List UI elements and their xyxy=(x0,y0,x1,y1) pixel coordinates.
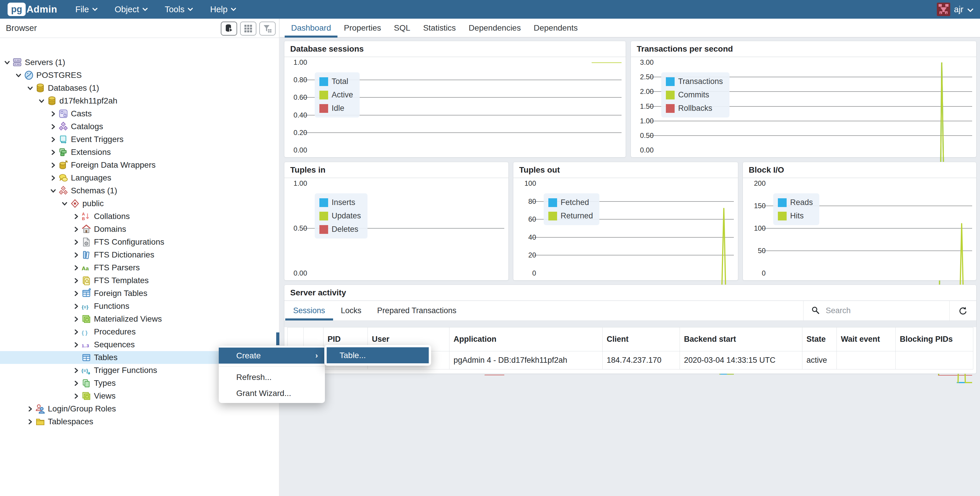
context-menu-item-grant-wizard[interactable]: Grant Wizard... xyxy=(219,385,325,401)
chevron-collapsed-icon[interactable] xyxy=(72,278,81,284)
schema-icon xyxy=(69,198,81,209)
col-header-blocking-pids: Blocking PIDs xyxy=(896,327,973,351)
filter-icon[interactable] xyxy=(259,22,275,36)
tab-dashboard[interactable]: Dashboard xyxy=(285,19,337,37)
submenu-item-table[interactable]: Table... xyxy=(327,347,429,363)
chevron-collapsed-icon[interactable] xyxy=(48,124,58,130)
view-icon xyxy=(81,391,92,401)
tree-item-label: FTS Dictionaries xyxy=(94,250,154,259)
tree-item-procedures[interactable]: { }Procedures xyxy=(0,326,276,338)
tree-item-foreign-tables[interactable]: Foreign Tables xyxy=(0,287,276,300)
chevron-collapsed-icon[interactable] xyxy=(72,367,81,374)
y-tick-label: 0.00 xyxy=(285,269,307,277)
chevron-expanded-icon[interactable] xyxy=(60,200,69,207)
col-header-wait-event: Wait event xyxy=(837,327,896,351)
tree-item-label: POSTGRES xyxy=(37,71,82,80)
chevron-expanded-icon[interactable] xyxy=(37,98,46,104)
chevron-collapsed-icon[interactable] xyxy=(72,393,81,399)
chevron-collapsed-icon[interactable] xyxy=(72,342,81,348)
tab-sql[interactable]: SQL xyxy=(388,19,417,37)
tree-item-domains[interactable]: Domains xyxy=(0,223,276,235)
sa-tab-prepared-transactions[interactable]: Prepared Transactions xyxy=(369,301,465,321)
fdw-icon xyxy=(58,160,69,170)
tree-item-schemas-1[interactable]: Schemas (1) xyxy=(0,184,276,197)
chevron-collapsed-icon[interactable] xyxy=(72,303,81,309)
tree-item-fts-configurations[interactable]: FTS Configurations xyxy=(0,235,276,248)
chevron-collapsed-icon[interactable] xyxy=(48,162,58,168)
tree-item-functions[interactable]: {≡}Functions xyxy=(0,300,276,313)
chevron-expanded-icon[interactable] xyxy=(25,85,35,91)
chevron-collapsed-icon[interactable] xyxy=(48,137,58,143)
chevron-collapsed-icon[interactable] xyxy=(25,419,35,425)
tree-item-label: Databases (1) xyxy=(48,83,99,93)
tab-dependents[interactable]: Dependents xyxy=(527,19,584,37)
search-input[interactable] xyxy=(826,306,937,315)
tree-item-fts-parsers[interactable]: AaFTS Parsers xyxy=(0,261,276,274)
table-cell: 2020-03-04 14:33:15 UTC xyxy=(680,351,802,369)
tree-item-foreign-data-wrappers[interactable]: Foreign Data Wrappers xyxy=(0,159,276,172)
y-tick-label: 60 xyxy=(513,215,536,223)
legend-swatch xyxy=(778,198,787,207)
menu-tools[interactable]: Tools xyxy=(165,5,193,14)
browser-panel: Browser Servers (1)POSTGRESDatabases (1)… xyxy=(0,19,279,496)
tree-item-fts-templates[interactable]: FTS Templates xyxy=(0,274,276,287)
table-cell: pgAdmin 4 - DB:d17fekh11pf2ah xyxy=(449,351,603,369)
domain-icon xyxy=(81,224,92,234)
tree-scrollbar-thumb[interactable] xyxy=(276,332,279,345)
menu-help[interactable]: Help xyxy=(210,5,236,14)
user-menu[interactable]: ajr xyxy=(937,3,974,16)
tree-item-casts[interactable]: Casts xyxy=(0,107,276,120)
menu-file[interactable]: File xyxy=(75,5,98,14)
chart-legend: TransactionsCommitsRollbacks xyxy=(661,72,729,118)
postgres-icon xyxy=(23,70,34,81)
tree-item-databases-1[interactable]: Databases (1) xyxy=(0,82,276,94)
tree-item-public[interactable]: public xyxy=(0,197,276,210)
refresh-button[interactable] xyxy=(950,301,976,321)
pg-logo-icon: pg xyxy=(8,3,25,16)
tree-item-collations[interactable]: ABCollations xyxy=(0,210,276,223)
tree-item-servers-1[interactable]: Servers (1) xyxy=(0,56,276,69)
tree-item-extensions[interactable]: Extensions xyxy=(0,146,276,159)
tree-item-event-triggers[interactable]: Event Triggers xyxy=(0,133,276,146)
menu-object[interactable]: Object xyxy=(115,5,148,14)
chevron-expanded-icon[interactable] xyxy=(14,72,23,78)
tree-item-languages[interactable]: Languages xyxy=(0,172,276,184)
chevron-collapsed-icon[interactable] xyxy=(72,226,81,232)
chevron-collapsed-icon[interactable] xyxy=(72,252,81,258)
tree-item-fts-dictionaries[interactable]: FTS Dictionaries xyxy=(0,248,276,261)
grid-icon[interactable] xyxy=(240,22,256,36)
chevron-collapsed-icon[interactable] xyxy=(48,175,58,181)
object-explorer-icon[interactable] xyxy=(221,22,237,36)
tab-dependencies[interactable]: Dependencies xyxy=(462,19,527,37)
tree-item-d17fekh11pf2ah[interactable]: d17fekh11pf2ah xyxy=(0,94,276,107)
tree-item-materialized-views[interactable]: Materialized Views xyxy=(0,313,276,326)
sa-tab-locks[interactable]: Locks xyxy=(333,301,369,321)
tree-item-postgres[interactable]: POSTGRES xyxy=(0,69,276,82)
chevron-collapsed-icon[interactable] xyxy=(72,239,81,245)
chevron-expanded-icon[interactable] xyxy=(2,59,12,65)
fts-dict-icon xyxy=(81,250,92,260)
chevron-collapsed-icon[interactable] xyxy=(72,329,81,335)
tree-item-tablespaces[interactable]: Tablespaces xyxy=(0,415,276,428)
chevron-expanded-icon[interactable] xyxy=(48,188,58,194)
context-menu-item-create[interactable]: Create› xyxy=(219,348,325,364)
tab-statistics[interactable]: Statistics xyxy=(417,19,462,37)
legend-label: Total xyxy=(332,77,348,86)
chevron-collapsed-icon[interactable] xyxy=(48,111,58,117)
context-menu-item-refresh[interactable]: Refresh... xyxy=(219,369,325,385)
y-tick-label: 0.00 xyxy=(285,146,307,154)
chevron-collapsed-icon[interactable] xyxy=(48,149,58,156)
chevron-collapsed-icon[interactable] xyxy=(72,380,81,386)
chevron-collapsed-icon[interactable] xyxy=(25,406,35,412)
chevron-collapsed-icon[interactable] xyxy=(72,213,81,219)
chevron-collapsed-icon[interactable] xyxy=(72,291,81,297)
chevron-collapsed-icon[interactable] xyxy=(72,265,81,271)
tree-item-login-group-roles[interactable]: Login/Group Roles xyxy=(0,402,276,415)
chart-title: Tuples out xyxy=(513,162,738,178)
sa-tab-sessions[interactable]: Sessions xyxy=(285,301,333,321)
y-tick-label: 2.50 xyxy=(631,73,654,81)
tab-properties[interactable]: Properties xyxy=(337,19,388,37)
chevron-collapsed-icon[interactable] xyxy=(72,316,81,322)
legend-label: Commits xyxy=(678,91,710,99)
tree-item-catalogs[interactable]: Catalogs xyxy=(0,120,276,133)
